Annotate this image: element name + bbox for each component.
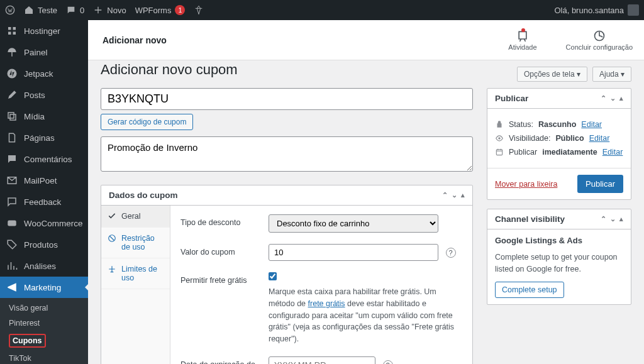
expiry-label: Data de expiração do cupom bbox=[180, 356, 256, 364]
sidebar-label: MailPoet bbox=[24, 176, 57, 185]
svg-point-1 bbox=[8, 69, 17, 79]
tab-restriction[interactable]: Restrição de uso bbox=[101, 228, 170, 258]
submenu-pinterest[interactable]: Pinterest bbox=[0, 316, 88, 331]
data-tabs: Geral Restrição de uso Limites de uso bbox=[101, 206, 170, 364]
publish-time-row: Publicar imediatamente Editar bbox=[495, 148, 623, 157]
admin-sidebar: Hostinger Painel Jetpack Posts Mídia Pág… bbox=[0, 20, 88, 364]
move-to-trash-link[interactable]: Mover para lixeira bbox=[495, 180, 557, 189]
edit-visibility-link[interactable]: Editar bbox=[589, 134, 610, 143]
marketing-submenu: Visão geral Pinterest Cupons TikTok Goog… bbox=[0, 298, 88, 364]
finish-setup-button[interactable]: Concluir configuração bbox=[566, 30, 633, 51]
new-link[interactable]: Novo bbox=[93, 5, 126, 15]
free-shipping-link[interactable]: frete grátis bbox=[308, 299, 345, 308]
greeting-text: Olá, bruno.santana bbox=[554, 6, 624, 15]
sidebar-label: Produtos bbox=[24, 240, 58, 250]
amount-label: Valor do cupom bbox=[180, 244, 256, 256]
sidebar-item-comments[interactable]: Comentários bbox=[0, 148, 88, 170]
publish-time-value: imediatamente bbox=[542, 148, 597, 157]
help-icon[interactable]: ? bbox=[383, 360, 393, 364]
sidebar-item-feedback[interactable]: Feedback bbox=[0, 191, 88, 212]
edit-publish-time-link[interactable]: Editar bbox=[602, 148, 623, 157]
tab-limits-label: Limites de uso bbox=[121, 265, 164, 282]
site-title: Teste bbox=[38, 6, 57, 15]
panel-toggle-icon[interactable]: ▴ bbox=[619, 94, 623, 102]
sidebar-label: Comentários bbox=[24, 155, 72, 164]
svg-rect-6 bbox=[496, 150, 502, 155]
coupon-code-input[interactable] bbox=[101, 88, 473, 110]
panel-down-icon[interactable]: ⌄ bbox=[610, 94, 616, 102]
submenu-coupons[interactable]: Cupons bbox=[0, 331, 88, 351]
coupon-description-input[interactable] bbox=[101, 136, 473, 172]
sidebar-label: Hostinger bbox=[24, 26, 60, 36]
activity-dot-icon bbox=[521, 28, 525, 32]
sidebar-item-hostinger[interactable]: Hostinger bbox=[0, 20, 88, 41]
panel-up-icon[interactable]: ⌃ bbox=[601, 215, 606, 223]
sidebar-label: Painel bbox=[24, 48, 48, 57]
publish-button[interactable]: Publicar bbox=[577, 175, 623, 193]
panel-up-icon[interactable]: ⌃ bbox=[442, 191, 448, 199]
activity-button[interactable]: Atividade bbox=[508, 30, 536, 51]
status-row: Status: Rascunho Editar bbox=[495, 120, 623, 129]
activity-label: Atividade bbox=[508, 43, 536, 51]
help-icon[interactable]: ? bbox=[446, 248, 456, 258]
edit-status-link[interactable]: Editar bbox=[581, 120, 602, 129]
sidebar-item-jetpack[interactable]: Jetpack bbox=[0, 63, 88, 84]
tab-limits[interactable]: Limites de uso bbox=[101, 258, 170, 289]
avatar bbox=[628, 4, 639, 16]
channel-box-title: Channel visibility bbox=[495, 214, 565, 224]
diamond-icon[interactable] bbox=[194, 5, 204, 15]
sidebar-label: Páginas bbox=[24, 133, 55, 143]
submenu-tiktok[interactable]: TikTok bbox=[0, 351, 88, 364]
channel-note: Complete setup to get your coupon listed… bbox=[495, 251, 623, 275]
wp-logo-icon[interactable] bbox=[5, 5, 15, 15]
comments-count: 0 bbox=[80, 6, 84, 15]
svg-point-5 bbox=[498, 137, 501, 140]
expiry-date-input[interactable] bbox=[269, 356, 375, 364]
comments-link[interactable]: 0 bbox=[66, 5, 84, 15]
sidebar-label: Mídia bbox=[24, 112, 45, 121]
tab-general-label: Geral bbox=[121, 212, 141, 221]
data-box-title: Dados do cupom bbox=[109, 190, 178, 200]
sidebar-item-posts[interactable]: Posts bbox=[0, 84, 88, 106]
status-value: Rascunho bbox=[538, 120, 576, 129]
complete-setup-button[interactable]: Complete setup bbox=[495, 282, 564, 298]
sidebar-item-products[interactable]: Produtos bbox=[0, 234, 88, 255]
screen-options-button[interactable]: Opções de tela ▾ bbox=[517, 67, 587, 82]
panel-down-icon[interactable]: ⌄ bbox=[610, 215, 616, 223]
visibility-value: Público bbox=[555, 134, 584, 143]
generate-code-button[interactable]: Gerar código de cupom bbox=[101, 114, 193, 130]
tab-restriction-label: Restrição de uso bbox=[121, 234, 164, 251]
sidebar-item-pages[interactable]: Páginas bbox=[0, 127, 88, 148]
panel-toggle-icon[interactable]: ▴ bbox=[461, 191, 465, 199]
channel-heading: Google Listings & Ads bbox=[495, 236, 582, 245]
sidebar-label: Posts bbox=[24, 91, 45, 100]
amount-input[interactable] bbox=[269, 244, 438, 261]
panel-toggle-icon[interactable]: ▴ bbox=[619, 215, 623, 223]
sidebar-item-media[interactable]: Mídia bbox=[0, 106, 88, 127]
free-shipping-label: Permitir frete grátis bbox=[180, 272, 256, 285]
sidebar-item-dashboard[interactable]: Painel bbox=[0, 41, 88, 63]
discount-type-select[interactable]: Desconto fixo de carrinho bbox=[269, 214, 438, 233]
wpforms-label: WPForms bbox=[135, 6, 172, 15]
user-greeting[interactable]: Olá, bruno.santana bbox=[554, 4, 639, 16]
sidebar-item-analytics[interactable]: Análises bbox=[0, 255, 88, 277]
site-link[interactable]: Teste bbox=[24, 5, 57, 15]
tab-general[interactable]: Geral bbox=[101, 206, 170, 228]
sidebar-item-woocommerce[interactable]: WooCommerce bbox=[0, 212, 88, 234]
wpforms-badge: 1 bbox=[175, 5, 185, 15]
page-topbar: Adicionar novo Atividade Concluir config… bbox=[88, 20, 644, 60]
free-shipping-checkbox[interactable] bbox=[269, 272, 277, 280]
sidebar-item-mailpoet[interactable]: MailPoet bbox=[0, 170, 88, 191]
submenu-overview[interactable]: Visão geral bbox=[0, 301, 88, 316]
panel-up-icon[interactable]: ⌃ bbox=[601, 94, 606, 102]
sidebar-label: Análises bbox=[24, 262, 56, 271]
panel-down-icon[interactable]: ⌄ bbox=[452, 191, 457, 199]
discount-type-label: Tipo de desconto bbox=[180, 214, 256, 227]
svg-rect-2 bbox=[8, 221, 16, 226]
help-button[interactable]: Ajuda ▾ bbox=[592, 67, 631, 82]
finish-label: Concluir configuração bbox=[566, 43, 633, 51]
sidebar-label: Marketing bbox=[24, 283, 61, 292]
sidebar-item-marketing[interactable]: Marketing bbox=[0, 277, 88, 298]
wpforms-link[interactable]: WPForms 1 bbox=[135, 5, 186, 15]
submenu-coupons-label: Cupons bbox=[9, 334, 46, 348]
